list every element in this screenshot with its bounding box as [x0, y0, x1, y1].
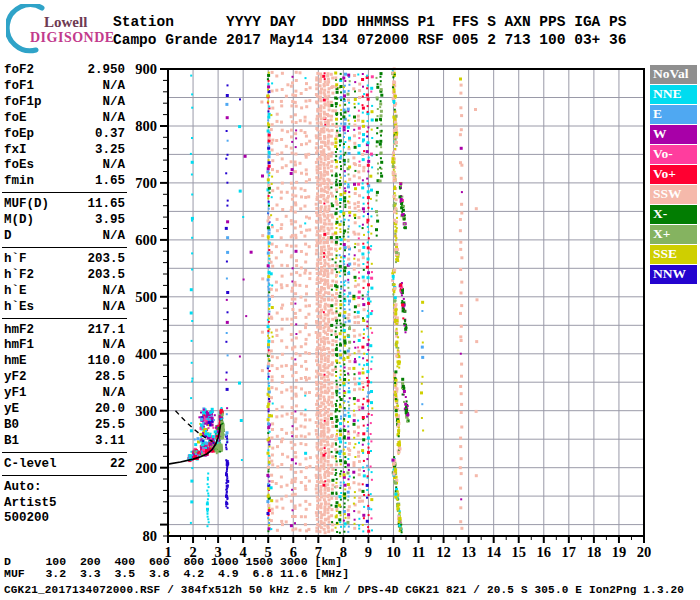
echo-points	[168, 68, 479, 537]
legend-item-x: X-	[650, 205, 697, 224]
svg-text:11: 11	[412, 544, 426, 560]
svg-text:12: 12	[436, 544, 451, 560]
svg-text:80: 80	[143, 528, 158, 544]
legend-item-vo: Vo+	[650, 165, 697, 184]
svg-text:700: 700	[135, 175, 157, 191]
muf-row: MUF 3.2 3.3 3.5 3.8 4.2 4.9 6.8 11.6 [MH…	[4, 567, 349, 580]
legend-label: X+	[653, 226, 670, 242]
legend-label: NNW	[653, 266, 686, 282]
svg-text:600: 600	[135, 232, 157, 248]
legend-label: SSE	[653, 246, 677, 262]
svg-text:200: 200	[135, 460, 157, 476]
legend-item-noval: NoVal	[650, 65, 697, 84]
svg-text:16: 16	[537, 544, 552, 560]
legend-label: W	[653, 126, 667, 142]
svg-text:14: 14	[486, 544, 501, 560]
plot-grid	[168, 69, 644, 536]
legend-label: E	[653, 106, 662, 122]
legend-item-w: W	[650, 125, 697, 144]
legend-label: Vo-	[653, 146, 673, 162]
ionogram-plot: 1234567891011121314151617181920900800700…	[0, 0, 700, 600]
svg-text:20: 20	[637, 544, 652, 560]
legend-item-nne: NNE	[650, 85, 697, 104]
legend-label: SSW	[653, 186, 682, 202]
svg-text:15: 15	[511, 544, 526, 560]
legend-label: Vo+	[653, 166, 676, 182]
svg-text:13: 13	[461, 544, 476, 560]
digisonde-ionogram-screen: Lowell DIGISONDE Station YYYY DAY DDD HH…	[0, 0, 700, 600]
legend: NoValNNEEWVo-Vo+SSWX-X+SSENNW	[650, 65, 697, 285]
svg-text:17: 17	[562, 544, 577, 560]
svg-text:300: 300	[135, 403, 157, 419]
legend-label: NoVal	[653, 66, 689, 82]
legend-item-nnw: NNW	[650, 265, 697, 284]
legend-label: NNE	[653, 86, 682, 102]
svg-text:10: 10	[386, 544, 401, 560]
svg-text:800: 800	[135, 118, 157, 134]
svg-text:500: 500	[135, 289, 157, 305]
svg-text:18: 18	[587, 544, 602, 560]
legend-item-ssw: SSW	[650, 185, 697, 204]
legend-item-e: E	[650, 105, 697, 124]
file-info-row: CGK21_2017134072000.RSF / 384fx512h 50 k…	[4, 584, 684, 596]
legend-item-sse: SSE	[650, 245, 697, 264]
svg-text:900: 900	[135, 61, 157, 77]
svg-text:19: 19	[612, 544, 627, 560]
svg-text:9: 9	[365, 544, 372, 560]
svg-text:400: 400	[135, 346, 157, 362]
legend-label: X-	[653, 206, 667, 222]
legend-item-vo: Vo-	[650, 145, 697, 164]
legend-item-x: X+	[650, 225, 697, 244]
